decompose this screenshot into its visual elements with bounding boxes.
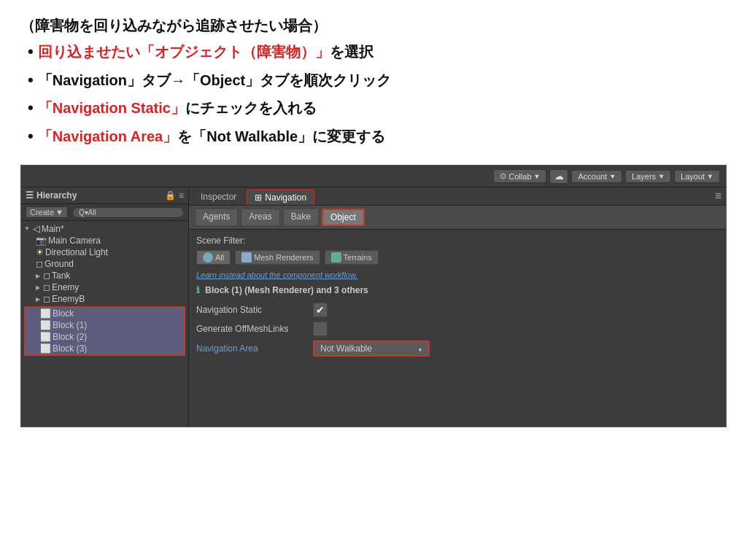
scene-filter-label: Scene Filter: — [196, 236, 719, 246]
list-item[interactable]: ▶ ◻ Tank — [21, 270, 188, 281]
triangle-icon: ▶ — [36, 284, 40, 291]
hierarchy-list: ▼ ◁ Main* 📷 Main Camera ☀ Dir — [21, 221, 188, 427]
list-item[interactable]: ◻ Ground — [21, 258, 188, 270]
menu-icon: ≡ — [179, 190, 184, 201]
nav-static-row: Navigation Static ✔ — [196, 303, 719, 317]
list-item[interactable]: ☀ Directional Light — [21, 246, 188, 258]
list-item[interactable]: ▼ ◁ Main* — [21, 222, 188, 235]
dropdown-arrow-icon: ⬧ — [418, 345, 422, 353]
list-item[interactable]: 📷 Main Camera — [21, 235, 188, 246]
tab-navigation[interactable]: ⊞ Navigation — [247, 190, 314, 205]
hierarchy-header: ☰ Hierarchy 🔒 ≡ — [21, 187, 188, 204]
inspector-panel: Inspector ⊞ Navigation ≡ Agents Areas Ba… — [189, 187, 726, 427]
offmesh-row: Generate OffMeshLinks — [196, 322, 719, 336]
list-item[interactable]: ⬜ Block (3) — [26, 343, 184, 354]
terrains-icon — [331, 252, 341, 262]
cloud-button[interactable]: ☁ — [549, 169, 568, 184]
offmesh-label: Generate OffMeshLinks — [196, 324, 313, 334]
collab-button[interactable]: ⊙ Collab ▼ — [493, 169, 546, 183]
object-icon: ◻ — [36, 259, 43, 269]
bullet-item-4: • 「Navigation Area」を「Not Walkable」に変更する — [28, 122, 727, 151]
lock-icon: 🔒 — [165, 190, 176, 201]
tab-object[interactable]: Object — [322, 209, 365, 226]
nav-icon: ⊞ — [255, 192, 262, 203]
collab-arrow-icon: ▼ — [534, 173, 541, 180]
hierarchy-panel: ☰ Hierarchy 🔒 ≡ Create ▼ Q▾All — [21, 187, 189, 427]
cube-icon: ⬜ — [40, 320, 51, 330]
hierarchy-title: ☰ Hierarchy — [26, 190, 77, 201]
cube-icon: ⬜ — [40, 332, 51, 342]
triangle-icon: ▶ — [36, 273, 40, 279]
object-icon: ◻ — [43, 271, 50, 281]
layers-arrow-icon: ▼ — [658, 173, 665, 180]
inspector-tabs: Inspector ⊞ Navigation ≡ — [189, 187, 726, 206]
layout-button[interactable]: Layout ▼ — [674, 170, 720, 183]
hierarchy-search[interactable]: Q▾All — [72, 207, 184, 218]
game-object-icon: ◁ — [33, 223, 40, 234]
unity-toolbar: ⊙ Collab ▼ ☁ Account ▼ Layers ▼ Layout ▼ — [21, 166, 726, 187]
subtitle: （障害物を回り込みながら追跡させたい場合） — [20, 13, 727, 38]
collab-icon: ⊙ — [500, 171, 506, 181]
filter-terrains-button[interactable]: Terrains — [325, 250, 379, 265]
block-items-group: ⬜ Block ⬜ Block (1) ⬜ Block (2) — [24, 306, 185, 356]
tab-inspector[interactable]: Inspector — [193, 190, 244, 205]
nav-static-label: Navigation Static — [196, 305, 313, 315]
learn-link[interactable]: Learn instead about the component workfl… — [196, 271, 719, 279]
filter-all-button[interactable]: All — [196, 250, 231, 265]
light-icon: ☀ — [36, 247, 44, 257]
list-item[interactable]: ⬜ Block (1) — [26, 319, 184, 331]
offmesh-checkbox[interactable] — [313, 322, 328, 336]
unity-main: ☰ Hierarchy 🔒 ≡ Create ▼ Q▾All — [21, 187, 726, 427]
mesh-icon — [241, 252, 252, 262]
nav-area-label: Navigation Area — [196, 343, 313, 354]
nav-area-row: Navigation Area Not Walkable ⬧ — [196, 341, 719, 357]
instructions-section: （障害物を回り込みながら追跡させたい場合） • 回り込ませたい「オブジェクト（障… — [0, 0, 747, 158]
account-button[interactable]: Account ▼ — [571, 170, 622, 183]
nav-area-dropdown[interactable]: Not Walkable ⬧ — [313, 341, 430, 357]
object-title: ℹ Block (1) (Mesh Renderer) and 3 others — [196, 285, 719, 295]
list-item[interactable]: ▶ ◻ Enemy — [21, 281, 188, 293]
camera-icon: 📷 — [36, 236, 47, 246]
info-icon: ℹ — [196, 285, 200, 295]
bullet-item-3: • 「Navigation Static」にチェックを入れる — [28, 94, 727, 122]
bullet-list: • 回り込ませたい「オブジェクト（障害物）」を選択 • 「Navigation」… — [20, 38, 727, 150]
filter-mesh-button[interactable]: Mesh Renderers — [235, 250, 320, 265]
account-arrow-icon: ▼ — [609, 173, 616, 180]
checkmark-icon: ✔ — [316, 304, 325, 316]
triangle-icon: ▶ — [36, 296, 40, 303]
nav-subtabs: Agents Areas Bake Object — [189, 206, 726, 230]
hierarchy-toolbar: Create ▼ Q▾All — [21, 204, 188, 221]
cube-icon: ⬜ — [40, 343, 51, 354]
layers-button[interactable]: Layers ▼ — [625, 170, 671, 183]
inspector-content: Scene Filter: All Mesh Renderers Terrain… — [189, 230, 726, 427]
bullet-item-2: • 「Navigation」タブ→「Object」タブを順次クリック — [28, 66, 727, 95]
list-item[interactable]: ▶ ◻ EnemyB — [21, 293, 188, 305]
nav-static-checkbox[interactable]: ✔ — [313, 303, 328, 317]
layout-arrow-icon: ▼ — [707, 173, 713, 180]
cube-icon: ⬜ — [40, 308, 51, 319]
object-icon: ◻ — [43, 294, 50, 304]
hierarchy-icons: 🔒 ≡ — [165, 190, 184, 201]
unity-editor: ⊙ Collab ▼ ☁ Account ▼ Layers ▼ Layout ▼… — [20, 165, 727, 427]
panel-menu-icon[interactable]: ≡ — [715, 190, 721, 205]
list-item[interactable]: ⬜ Block (2) — [26, 331, 184, 343]
triangle-icon: ▼ — [24, 225, 30, 232]
tab-bake[interactable]: Bake — [283, 209, 319, 226]
all-icon — [203, 252, 213, 262]
tab-areas[interactable]: Areas — [241, 209, 279, 226]
list-item[interactable]: ⬜ Block — [26, 308, 184, 319]
scene-filter-buttons: All Mesh Renderers Terrains — [196, 250, 719, 265]
create-button[interactable]: Create ▼ — [26, 206, 68, 218]
create-arrow-icon: ▼ — [55, 208, 63, 217]
tab-agents[interactable]: Agents — [195, 209, 238, 226]
bullet-item-1: • 回り込ませたい「オブジェクト（障害物）」を選択 — [28, 38, 727, 66]
object-icon: ◻ — [43, 282, 50, 292]
